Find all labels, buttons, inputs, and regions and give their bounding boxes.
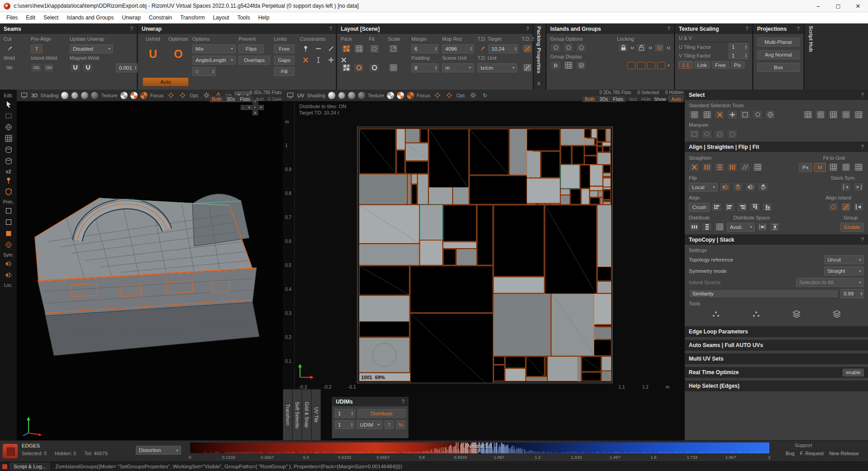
fit-m-button[interactable]: M xyxy=(814,163,826,172)
box-select-icon[interactable] xyxy=(739,110,750,119)
texture-checker-gray-icon[interactable] xyxy=(120,92,128,99)
menu-help[interactable]: Help xyxy=(254,12,273,23)
multi-planar-button[interactable]: Multi-Planar xyxy=(757,38,800,47)
lock-icon[interactable] xyxy=(618,43,629,52)
update-unwrap-dropdown[interactable]: Disabled▼ xyxy=(70,44,113,53)
align-center-icon[interactable] xyxy=(724,202,735,212)
protect-shield-icon[interactable] xyxy=(3,187,14,197)
help-icon[interactable]: ? xyxy=(329,26,332,32)
symmetry-local-icon[interactable] xyxy=(3,270,14,280)
primitive-sphere-icon[interactable] xyxy=(3,240,14,250)
unlock-icon[interactable] xyxy=(636,43,647,52)
packing-properties-menu-icon[interactable]: ≡ xyxy=(537,81,540,87)
cylinder-u-icon[interactable] xyxy=(3,145,14,155)
pack-selected-icon[interactable] xyxy=(353,44,364,53)
group-rename-icon[interactable]: R xyxy=(550,61,561,70)
similarity-slider[interactable]: Similarity xyxy=(689,289,839,298)
align-bottom-icon[interactable] xyxy=(762,202,773,212)
island-select-icon[interactable] xyxy=(701,110,712,119)
pack-tiles-icon[interactable] xyxy=(353,63,364,72)
new-release-link[interactable]: New Release xyxy=(829,451,858,456)
select-section-header[interactable]: Select? xyxy=(685,90,868,100)
uv-canvas[interactable] xyxy=(358,127,612,383)
v-tiling-spinner[interactable]: 1▲▼ xyxy=(729,52,749,59)
padding-spinner[interactable]: 8▲▼ xyxy=(411,63,439,72)
help-select-section-header[interactable]: Help Select (Edges) xyxy=(685,381,868,391)
unwrap-angle-dropdown[interactable]: Angle/Length▼ xyxy=(192,56,236,65)
udim-v-spinner[interactable]: 1▲▼ xyxy=(335,420,354,429)
link-button[interactable]: Link xyxy=(694,61,710,69)
realtime-enable-button[interactable]: enable xyxy=(843,369,864,376)
grid-select-icon[interactable] xyxy=(3,133,14,143)
menu-layout[interactable]: Layout xyxy=(209,12,233,23)
straighten-diagonal-icon[interactable] xyxy=(739,162,750,172)
scene-unit-dropdown[interactable]: m▼ xyxy=(442,63,474,72)
unwrap-mix-dropdown[interactable]: Mix▼ xyxy=(192,44,236,53)
realtime-optimize-section-header[interactable]: Real Time Optimizeenable xyxy=(685,367,868,378)
island-weld-threshold-icon[interactable] xyxy=(43,63,54,72)
view-cube-bottom[interactable]: B xyxy=(253,110,258,115)
stack-sym-right-icon[interactable] xyxy=(853,182,864,192)
display-more-icon[interactable]: ▼ xyxy=(667,64,670,67)
sphere-select-icon[interactable] xyxy=(3,122,14,132)
help-icon[interactable]: ? xyxy=(130,26,133,32)
td-scale-get-icon[interactable] xyxy=(522,63,533,72)
marquee-rect-icon[interactable] xyxy=(3,111,14,121)
group-merge-icon[interactable] xyxy=(563,43,574,52)
space-vertical-icon[interactable] xyxy=(769,222,780,232)
tab-transform[interactable]: Transform xyxy=(283,389,292,440)
tab-grid-snap[interactable]: Grid & Snap xyxy=(302,389,311,440)
script-log-button[interactable]: Script & Log... xyxy=(10,463,50,470)
unwrap-iterations-spinner[interactable]: 0▲▼ xyxy=(192,67,216,76)
distribute-vertical-icon[interactable] xyxy=(701,222,712,232)
td-pick-brush-icon[interactable] xyxy=(477,44,486,53)
help-icon[interactable]: ? xyxy=(861,144,864,150)
feature-request-link[interactable]: F. Request xyxy=(800,451,824,456)
island-source-dropdown[interactable]: Selection to All▼ xyxy=(796,278,864,287)
edge-loop-section-header[interactable]: Edge Loop Parameters xyxy=(685,326,868,337)
select-pattern-1-icon[interactable] xyxy=(802,110,813,119)
view-cube-front[interactable]: F xyxy=(253,105,258,110)
menu-islands-groups[interactable]: Islands and Groups xyxy=(62,12,118,23)
scale-button-icon[interactable] xyxy=(388,44,399,53)
fit-button-icon[interactable] xyxy=(369,44,380,53)
menu-constrain[interactable]: Constrain xyxy=(145,12,176,23)
udim-percent-button[interactable]: % xyxy=(396,420,405,429)
viewport-uv[interactable]: UV Shading Texture Focus Opt. ↻ 0 3Ds 78… xyxy=(283,90,685,440)
tab-soft-selection[interactable]: Soft Selectio xyxy=(292,389,302,440)
distortion-mode-icon[interactable] xyxy=(2,443,18,459)
straighten-clear-icon[interactable] xyxy=(689,162,700,172)
flip-v-icon[interactable] xyxy=(758,182,768,192)
group-grid-icon[interactable] xyxy=(563,61,574,70)
constraint-delete-icon[interactable] xyxy=(300,55,311,65)
crush-button[interactable]: Crush xyxy=(689,203,710,212)
fit-tile-icon[interactable] xyxy=(369,63,380,72)
menu-select[interactable]: Select xyxy=(39,12,62,23)
unstack-islands-icon[interactable] xyxy=(830,308,844,320)
element-select-icon[interactable] xyxy=(752,110,763,119)
align-top-icon[interactable] xyxy=(749,202,760,212)
close-button[interactable]: ✕ xyxy=(848,0,868,12)
free-button[interactable]: Free xyxy=(712,61,729,69)
group-create-icon[interactable] xyxy=(550,43,561,52)
auto-seams-section-header[interactable]: Auto Seams | Full AUTO UVs xyxy=(685,340,868,351)
optimize-button[interactable]: O xyxy=(174,44,182,64)
shading-wire-icon[interactable] xyxy=(71,92,78,99)
distribute-horizontal-icon[interactable] xyxy=(689,222,700,232)
weld-distance-spinner[interactable]: 0.001▲▼ xyxy=(116,63,138,72)
fit-grid-1-icon[interactable] xyxy=(828,162,839,172)
udim-u-spinner[interactable]: 1▲▼ xyxy=(335,409,355,418)
neutral-marker[interactable]: ▲ xyxy=(478,450,482,455)
display-toggle-2[interactable] xyxy=(637,62,645,69)
help-icon[interactable]: ? xyxy=(526,26,529,32)
view-cube-left[interactable]: L xyxy=(241,105,246,110)
island-weld-icon[interactable] xyxy=(31,63,42,72)
help-icon[interactable]: ? xyxy=(745,26,749,32)
straighten-both-icon[interactable] xyxy=(727,162,738,172)
straighten-grid-icon[interactable] xyxy=(752,162,763,172)
select-cursor-icon[interactable] xyxy=(3,100,14,109)
flip-space-dropdown[interactable]: Local▼ xyxy=(689,183,718,192)
minimize-button[interactable]: – xyxy=(808,0,828,12)
align-right-icon[interactable] xyxy=(737,202,748,212)
x2-tool-button[interactable]: x2 xyxy=(5,169,11,174)
